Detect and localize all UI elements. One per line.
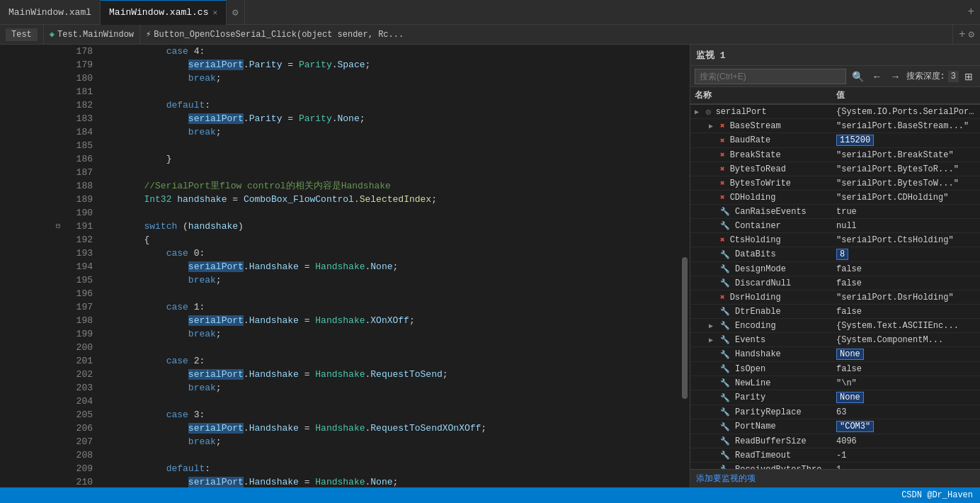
expand-button[interactable]: ▶ bbox=[695, 108, 703, 116]
code-cell[interactable] bbox=[96, 166, 680, 179]
watch-row[interactable]: 🔧PortName"COM3" bbox=[690, 419, 980, 434]
code-content-wrapper[interactable]: 178 case 4:179 serialPort.Parity = Parit… bbox=[0, 45, 680, 487]
watch-row[interactable]: ▶◎serialPort{System.IO.Ports.SerialPort} bbox=[690, 105, 980, 119]
code-cell[interactable]: serialPort.Handshake = Handshake.Request… bbox=[96, 422, 680, 435]
code-cell[interactable]: break; bbox=[96, 273, 680, 287]
watch-search-button[interactable]: 🔍 bbox=[849, 69, 867, 84]
watch-row[interactable]: 🔧Containernull bbox=[690, 219, 980, 233]
watch-row[interactable]: 🔧ReadBufferSize4096 bbox=[690, 434, 980, 448]
watch-row[interactable]: 🔧DesignModefalse bbox=[690, 262, 980, 276]
watch-row[interactable]: ▶🔧Encoding{System.Text.ASCIIEnc... bbox=[690, 319, 980, 333]
code-cell[interactable] bbox=[96, 395, 680, 408]
watch-row[interactable]: 🔧HandshakeNone bbox=[690, 347, 980, 362]
watch-row[interactable]: 🔧DtrEnablefalse bbox=[690, 305, 980, 319]
watch-row[interactable]: ✖BytesToRead"serialPort.BytesToR..." bbox=[690, 162, 980, 176]
code-cell[interactable]: break; bbox=[96, 381, 680, 395]
code-cell[interactable]: { bbox=[96, 233, 680, 247]
editor-area[interactable]: 178 case 4:179 serialPort.Parity = Parit… bbox=[0, 45, 690, 487]
code-line-186: 186 } bbox=[50, 152, 680, 166]
watch-row[interactable]: 🔧DataBits8 bbox=[690, 247, 980, 262]
class-segment[interactable]: ◈ Test.MainWindow bbox=[44, 25, 140, 45]
tab-mainwindow-xaml-cs[interactable]: MainWindow.xaml.cs ✕ bbox=[101, 0, 227, 25]
code-cell[interactable]: switch (handshake) bbox=[96, 220, 680, 233]
watch-row[interactable]: ✖CDHolding"serialPort.CDHolding" bbox=[690, 191, 980, 205]
expand-button[interactable]: ▶ bbox=[709, 336, 717, 344]
collapse-icon[interactable]: ⊟ bbox=[56, 220, 60, 233]
watch-row[interactable]: ✖CtsHolding"serialPort.CtsHolding" bbox=[690, 233, 980, 247]
add-watch-button[interactable]: + bbox=[959, 28, 966, 41]
code-cell[interactable] bbox=[96, 448, 680, 462]
watch-filter-button[interactable]: ⊞ bbox=[962, 69, 976, 84]
watch-name-text: Parity bbox=[735, 392, 765, 402]
code-cell[interactable]: serialPort.Parity = Parity.Space; bbox=[96, 58, 680, 72]
code-cell[interactable]: } bbox=[96, 152, 680, 166]
watch-row[interactable]: 🔧IsOpenfalse bbox=[690, 362, 980, 376]
code-cell[interactable]: default: bbox=[96, 462, 680, 475]
code-cell[interactable] bbox=[96, 206, 680, 220]
watch-row[interactable]: 🔧ReadTimeout-1 bbox=[690, 448, 980, 463]
code-cell[interactable] bbox=[96, 287, 680, 300]
method-segment[interactable]: ⚡ Button_OpenCloseSerial_Click(object se… bbox=[140, 25, 953, 45]
settings-button[interactable]: ⚙ bbox=[969, 28, 974, 40]
watch-value-col: null bbox=[832, 220, 980, 232]
watch-row[interactable]: ✖BaudRate115200 bbox=[690, 133, 980, 148]
code-cell[interactable]: break; bbox=[96, 327, 680, 341]
code-cell[interactable]: case 2: bbox=[96, 354, 680, 368]
tab-mainwindow-xaml[interactable]: MainWindow.xaml bbox=[0, 0, 101, 25]
watch-row[interactable]: ✖BreakState"serialPort.BreakState" bbox=[690, 148, 980, 162]
line-number: 179 bbox=[73, 58, 93, 72]
watch-name-text: serialPort bbox=[716, 107, 767, 117]
watch-row[interactable]: ▶🔧Events{System.ComponentM... bbox=[690, 333, 980, 347]
watch-search-input[interactable] bbox=[695, 69, 846, 84]
watch-table[interactable]: ▶◎serialPort{System.IO.Ports.SerialPort}… bbox=[690, 105, 980, 469]
watch-add-link[interactable]: 添加要监视的项 bbox=[696, 474, 756, 484]
code-cell[interactable] bbox=[96, 139, 680, 152]
code-cell[interactable]: serialPort.Handshake = Handshake.None; bbox=[96, 260, 680, 273]
code-cell[interactable] bbox=[96, 341, 680, 354]
code-cell[interactable]: break; bbox=[96, 435, 680, 448]
expand-button[interactable]: ▶ bbox=[709, 122, 717, 130]
watch-row[interactable]: 🔧DiscardNullfalse bbox=[690, 276, 980, 290]
window-add-button[interactable]: + bbox=[967, 6, 974, 18]
code-cell[interactable]: break; bbox=[96, 72, 680, 85]
editor-scrollbar[interactable] bbox=[680, 45, 690, 487]
watch-name-col: 🔧CanRaiseEvents bbox=[690, 205, 832, 218]
watch-row[interactable]: ✖DsrHolding"serialPort.DsrHolding" bbox=[690, 290, 980, 305]
value-box: None bbox=[836, 349, 864, 360]
code-cell[interactable]: serialPort.Parity = Parity.None; bbox=[96, 112, 680, 125]
watch-row[interactable]: ✖BytesToWrite"serialPort.BytesToW..." bbox=[690, 176, 980, 191]
code-cell[interactable]: serialPort.Handshake = Handshake.None; bbox=[96, 475, 680, 487]
expand-button[interactable]: ▶ bbox=[709, 322, 717, 330]
project-dropdown[interactable]: Test bbox=[6, 28, 38, 41]
code-cell[interactable]: case 4: bbox=[96, 45, 680, 58]
watch-row[interactable]: 🔧ParityReplace63 bbox=[690, 405, 980, 419]
line-number: 197 bbox=[73, 300, 93, 314]
code-cell[interactable]: default: bbox=[96, 98, 680, 112]
tab-settings[interactable]: ⚙ bbox=[227, 0, 244, 25]
code-cell[interactable]: serialPort.Handshake = Handshake.XOnXOff… bbox=[96, 314, 680, 327]
watch-value-col: "serialPort.DsrHolding" bbox=[832, 291, 980, 304]
tab-close-button[interactable]: ✕ bbox=[212, 8, 217, 17]
code-cell[interactable]: break; bbox=[96, 125, 680, 139]
watch-row[interactable]: 🔧NewLine"\n" bbox=[690, 376, 980, 390]
wrench-icon: 🔧 bbox=[720, 207, 730, 216]
code-lines-container[interactable]: 178 case 4:179 serialPort.Parity = Parit… bbox=[50, 45, 680, 487]
scrollbar-thumb[interactable] bbox=[682, 257, 688, 399]
code-cell[interactable]: serialPort.Handshake = Handshake.Request… bbox=[96, 368, 680, 381]
watch-row[interactable]: ▶✖BaseStream"serialPort.BaseStream..." bbox=[690, 119, 980, 133]
watch-value-col: false bbox=[832, 277, 980, 290]
watch-nav-forward[interactable]: → bbox=[888, 69, 904, 84]
code-cell[interactable] bbox=[96, 85, 680, 98]
code-cell[interactable]: //SerialPort里flow control的相关内容是Handshake bbox=[96, 179, 680, 193]
code-cell[interactable]: case 3: bbox=[96, 408, 680, 422]
watch-header-row: 名称 值 bbox=[690, 87, 980, 105]
project-segment[interactable]: Test bbox=[0, 25, 44, 45]
watch-name-text: BytesToWrite bbox=[730, 179, 791, 188]
watch-row[interactable]: 🔧CanRaiseEventstrue bbox=[690, 205, 980, 219]
code-cell[interactable]: Int32 handshake = ComboBox_FlowControl.S… bbox=[96, 193, 680, 206]
watch-nav-back[interactable]: ← bbox=[870, 69, 885, 84]
watch-row[interactable]: 🔧ParityNone bbox=[690, 390, 980, 405]
watch-row[interactable]: 🔧ReceivedBytesThreshold1 bbox=[690, 463, 980, 469]
code-cell[interactable]: case 0: bbox=[96, 247, 680, 260]
code-cell[interactable]: case 1: bbox=[96, 300, 680, 314]
